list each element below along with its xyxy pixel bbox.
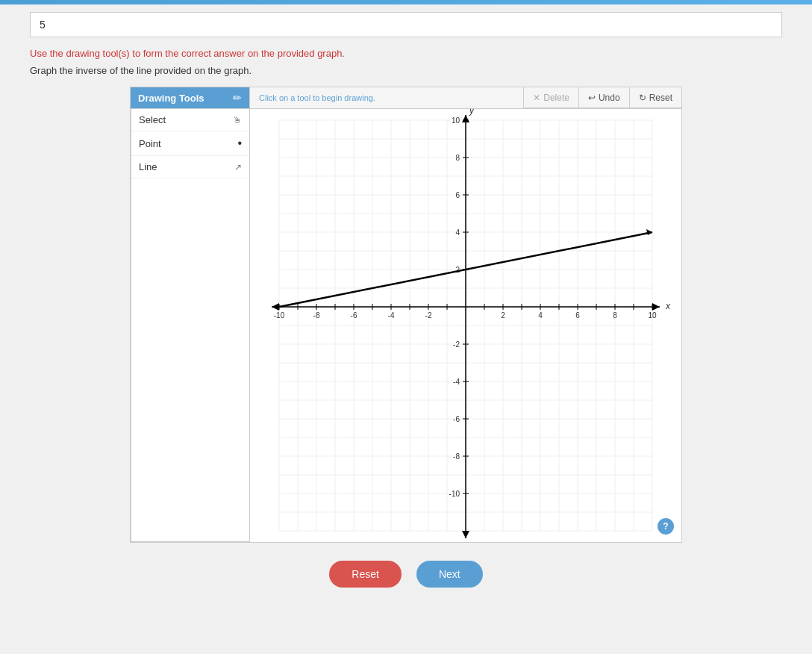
- reset-icon: ↻: [639, 93, 646, 103]
- point-icon: •: [237, 137, 242, 150]
- x-axis-label: x: [665, 301, 671, 311]
- next-button[interactable]: Next: [416, 561, 483, 588]
- svg-marker-46: [652, 303, 660, 311]
- line-icon: ↗: [234, 162, 242, 172]
- undo-button[interactable]: ↩ Undo: [578, 87, 629, 108]
- select-icon: 🖱: [233, 115, 242, 125]
- svg-text:10: 10: [648, 311, 657, 320]
- pencil-icon: ✏: [233, 92, 242, 104]
- line-arrow-right: [646, 229, 652, 235]
- help-icon: ?: [663, 521, 668, 532]
- instruction-black: Graph the inverse of the line provided o…: [30, 65, 782, 76]
- line-label: Line: [139, 161, 157, 172]
- question-number-box: 5: [30, 12, 782, 37]
- svg-marker-45: [272, 303, 279, 311]
- graph-svg: -10 -8 -6 -4 -2 2 4 6 8 10: [250, 109, 681, 542]
- help-button[interactable]: ?: [658, 518, 674, 535]
- y-axis-label: y: [469, 109, 475, 116]
- svg-text:-4: -4: [388, 311, 395, 320]
- svg-text:8: 8: [613, 311, 617, 320]
- svg-text:-8: -8: [453, 452, 460, 461]
- instruction-red: Use the drawing tool(s) to form the corr…: [30, 48, 782, 59]
- svg-text:-2: -2: [453, 340, 460, 349]
- reset-button[interactable]: Reset: [329, 561, 402, 588]
- svg-marker-48: [462, 115, 469, 122]
- bottom-buttons: Reset Next: [30, 561, 782, 602]
- point-label: Point: [139, 138, 161, 149]
- reset-toolbar-button[interactable]: ↻ Reset: [629, 87, 681, 108]
- svg-text:-8: -8: [313, 311, 320, 320]
- drawing-area: Drawing Tools ✏ Click on a tool to begin…: [130, 87, 682, 543]
- line-tool[interactable]: Line ↗: [131, 156, 249, 178]
- select-label: Select: [139, 114, 166, 125]
- svg-text:-6: -6: [453, 415, 460, 423]
- svg-text:-6: -6: [351, 311, 357, 320]
- main-content: 5 Use the drawing tool(s) to form the co…: [0, 4, 812, 654]
- svg-text:8: 8: [455, 154, 460, 162]
- question-number: 5: [40, 19, 46, 31]
- toolbar-hint: Click on a tool to begin drawing.: [250, 93, 523, 102]
- svg-marker-49: [462, 531, 469, 538]
- graph-canvas[interactable]: -10 -8 -6 -4 -2 2 4 6 8 10: [250, 109, 681, 542]
- point-tool[interactable]: Point •: [131, 131, 249, 156]
- svg-text:-10: -10: [274, 311, 285, 320]
- svg-text:-2: -2: [425, 311, 432, 320]
- svg-text:6: 6: [575, 311, 580, 320]
- svg-text:4: 4: [455, 228, 460, 237]
- svg-text:2: 2: [501, 311, 505, 320]
- toolbar-buttons: ✕ Delete ↩ Undo ↻ Reset: [523, 87, 681, 108]
- svg-text:6: 6: [455, 191, 460, 199]
- svg-text:-4: -4: [453, 378, 460, 386]
- drawing-tools-panel: Select 🖱 Point • Line ↗: [131, 109, 250, 542]
- delete-button[interactable]: ✕ Delete: [523, 87, 578, 108]
- graph-wrapper: Select 🖱 Point • Line ↗: [130, 108, 682, 543]
- svg-text:10: 10: [452, 116, 460, 125]
- svg-text:4: 4: [538, 311, 543, 320]
- select-tool[interactable]: Select 🖱: [131, 109, 249, 131]
- drawing-tools-label: Drawing Tools: [138, 93, 204, 104]
- undo-icon: ↩: [588, 93, 596, 103]
- delete-icon: ✕: [533, 93, 540, 103]
- svg-text:-10: -10: [449, 490, 460, 498]
